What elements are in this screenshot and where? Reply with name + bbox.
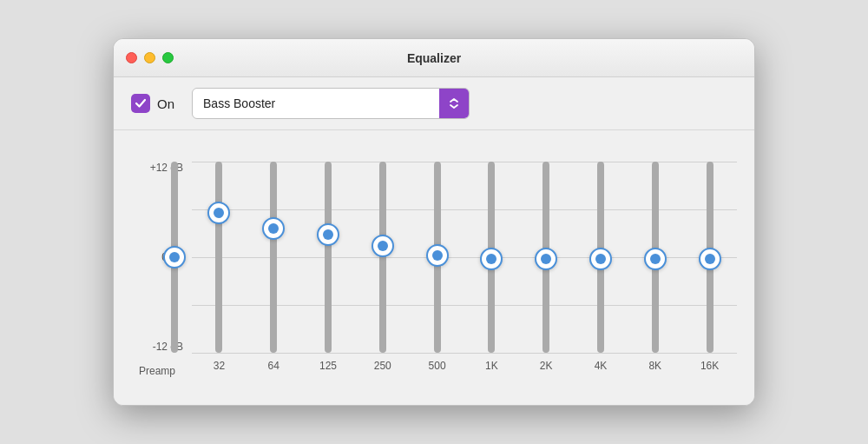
freq-label-2k: 2K xyxy=(540,360,553,372)
freq-label-250: 250 xyxy=(374,360,391,372)
thumb-32[interactable] xyxy=(207,202,230,224)
window-title: Equalizer xyxy=(407,51,461,65)
thumb-125[interactable] xyxy=(317,223,339,246)
freq-label-1k: 1K xyxy=(485,360,498,372)
band-column-2k: 2K xyxy=(519,144,574,388)
freq-label-16k: 16K xyxy=(700,360,719,372)
thumb-1k[interactable] xyxy=(480,248,503,270)
preset-arrow-button[interactable] xyxy=(439,89,469,118)
band-column-4k: 4K xyxy=(574,144,628,388)
preset-value: Bass Booster xyxy=(193,91,439,116)
on-label: On xyxy=(157,96,174,111)
band-column-500: 500 xyxy=(410,144,464,388)
band-column-16k: 16K xyxy=(682,144,737,388)
preamp-thumb[interactable] xyxy=(163,246,186,268)
slider-16k[interactable] xyxy=(707,162,713,353)
slider-4k[interactable] xyxy=(597,162,604,353)
band-column-125: 125 xyxy=(301,144,356,388)
thumb-8k[interactable] xyxy=(644,248,667,270)
freq-label-8k: 8K xyxy=(648,360,661,372)
thumb-64[interactable] xyxy=(262,217,285,240)
thumb-500[interactable] xyxy=(426,244,449,267)
slider-8k[interactable] xyxy=(652,162,659,353)
slider-1k[interactable] xyxy=(488,162,495,353)
traffic-lights xyxy=(126,52,174,63)
eq-area: +12 dB 0 dB -12 dB Preamp xyxy=(114,130,754,405)
slider-32[interactable] xyxy=(215,162,222,353)
minimize-button[interactable] xyxy=(144,52,155,63)
maximize-button[interactable] xyxy=(162,52,174,63)
thumb-16k[interactable] xyxy=(699,248,721,270)
slider-125[interactable] xyxy=(325,162,332,353)
thumb-4k[interactable] xyxy=(589,248,612,270)
freq-label-64: 64 xyxy=(268,360,279,372)
freq-label-4k: 4K xyxy=(595,360,608,372)
slider-250[interactable] xyxy=(379,162,386,353)
titlebar: Equalizer xyxy=(114,39,754,77)
toolbar: On Bass Booster xyxy=(114,77,754,130)
equalizer-window: Equalizer On Bass Booster xyxy=(113,38,755,406)
preset-select[interactable]: Bass Booster xyxy=(192,88,470,119)
slider-500[interactable] xyxy=(434,162,441,353)
freq-label-125: 125 xyxy=(319,360,337,372)
on-checkbox-wrapper[interactable]: On xyxy=(131,94,174,113)
band-column-1k: 1K xyxy=(464,144,519,388)
band-column-8k: 8K xyxy=(628,144,682,388)
close-button[interactable] xyxy=(126,52,137,63)
preamp-label: Preamp xyxy=(131,365,183,377)
slider-64[interactable] xyxy=(270,162,277,353)
band-column-250: 250 xyxy=(355,144,410,388)
freq-label-32: 32 xyxy=(214,360,225,372)
band-column-64: 64 xyxy=(247,144,301,388)
band-column-32: 32 xyxy=(192,144,247,388)
thumb-250[interactable] xyxy=(372,235,394,257)
preamp-slider[interactable] xyxy=(171,162,178,353)
thumb-2k[interactable] xyxy=(535,248,557,270)
slider-2k[interactable] xyxy=(542,162,549,353)
freq-label-500: 500 xyxy=(429,360,446,372)
on-checkbox[interactable] xyxy=(131,94,150,113)
